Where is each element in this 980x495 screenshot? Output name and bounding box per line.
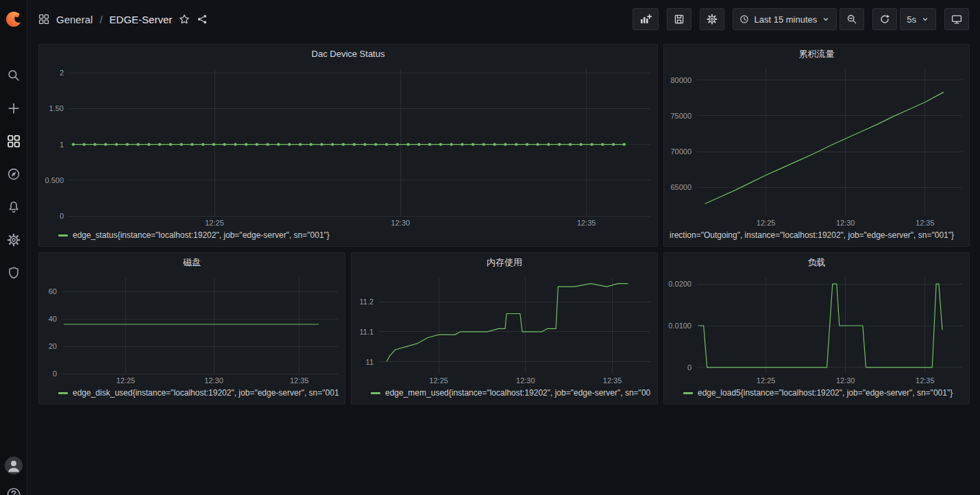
svg-text:0.0100: 0.0100 — [668, 322, 691, 330]
refresh-interval-dropdown[interactable]: 5s — [900, 8, 936, 30]
panel-dac-device-status: Dac Device Status 00.50011.50212:2512:30… — [38, 44, 658, 247]
panel-title[interactable]: Dac Device Status — [39, 45, 657, 62]
breadcrumb-separator: / — [99, 14, 102, 25]
svg-text:20: 20 — [49, 342, 57, 350]
alerting-bell-icon[interactable] — [0, 191, 27, 224]
explore-compass-icon[interactable] — [0, 158, 27, 191]
svg-text:2: 2 — [60, 69, 64, 77]
series-label: edge_status{instance="localhost:19202", … — [73, 230, 330, 240]
add-panel-button[interactable] — [633, 8, 659, 30]
panel-title[interactable]: 磁盘 — [39, 253, 345, 271]
dashboard-settings-button[interactable] — [700, 8, 724, 30]
star-icon[interactable] — [179, 14, 190, 25]
help-icon[interactable] — [6, 487, 21, 495]
navbar-actions: Last 15 minutes 5s — [633, 8, 969, 30]
save-dashboard-button[interactable] — [667, 8, 691, 30]
panel-title[interactable]: 内存使用 — [352, 253, 657, 271]
chevron-down-icon — [822, 15, 830, 23]
svg-text:1.50: 1.50 — [49, 104, 64, 112]
grafana-logo[interactable] — [0, 0, 27, 38]
traffic-chart[interactable]: 6500070000750008000012:2512:3012:35 — [664, 62, 969, 228]
svg-text:12:25: 12:25 — [117, 376, 136, 385]
svg-text:80000: 80000 — [670, 76, 691, 84]
panel-title[interactable]: 负载 — [664, 253, 969, 271]
svg-text:12:30: 12:30 — [391, 219, 411, 227]
svg-text:65000: 65000 — [670, 183, 691, 191]
dashboard-grid: Dac Device Status 00.50011.50212:2512:30… — [27, 38, 980, 495]
svg-text:12:35: 12:35 — [577, 219, 596, 227]
svg-text:12:30: 12:30 — [516, 376, 535, 385]
time-range-label: Last 15 minutes — [754, 14, 817, 25]
panel-title[interactable]: 累积流量 — [664, 45, 969, 62]
clock-icon — [739, 14, 749, 24]
svg-text:12:30: 12:30 — [836, 219, 855, 227]
svg-text:11.1: 11.1 — [359, 328, 373, 336]
create-plus-icon[interactable] — [0, 92, 27, 125]
svg-text:0: 0 — [60, 212, 64, 220]
breadcrumb: General / EDGE-Server — [38, 14, 208, 25]
settings-gear-icon — [707, 14, 718, 25]
memory-chart[interactable]: 1111.111.212:2512:3012:35 — [352, 271, 657, 386]
server-admin-shield-icon[interactable] — [0, 256, 27, 289]
grafana-logo-icon — [4, 10, 23, 29]
time-range-picker[interactable]: Last 15 minutes — [733, 8, 837, 30]
series-color-swatch — [58, 392, 68, 394]
svg-text:12:25: 12:25 — [429, 376, 448, 385]
panel-disk: 磁盘 020406012:2512:3012:35 edge_disk_used… — [38, 252, 345, 405]
svg-text:12:30: 12:30 — [204, 376, 223, 385]
svg-text:0.500: 0.500 — [45, 176, 64, 184]
svg-text:60: 60 — [49, 287, 57, 295]
svg-text:11: 11 — [366, 358, 373, 366]
zoom-out-icon — [846, 14, 857, 25]
refresh-button[interactable] — [872, 8, 897, 30]
apps-grid-icon[interactable] — [38, 14, 49, 25]
chevron-down-icon — [921, 15, 929, 23]
svg-text:12:25: 12:25 — [205, 219, 224, 227]
panel-cumulative-traffic: 累积流量 6500070000750008000012:2512:3012:35… — [663, 44, 970, 247]
disk-chart[interactable]: 020406012:2512:3012:35 — [39, 271, 345, 386]
series-label: edge_load5{instance="localhost:19202", j… — [698, 388, 953, 398]
legend-item[interactable]: edge_load5{instance="localhost:19202", j… — [664, 386, 969, 404]
svg-text:0: 0 — [687, 363, 691, 372]
svg-text:11.2: 11.2 — [359, 298, 373, 306]
breadcrumb-dashboard-title[interactable]: EDGE-Server — [110, 14, 173, 25]
series-color-swatch — [683, 392, 693, 394]
panel-load: 负载 00.01000.020012:2512:3012:35 edge_loa… — [663, 252, 970, 405]
add-panel-icon — [639, 14, 652, 25]
tv-monitor-icon — [951, 14, 962, 25]
dashboards-grid-icon[interactable] — [0, 125, 27, 158]
save-floppy-icon — [674, 14, 685, 25]
panel-memory-usage: 内存使用 1111.111.212:2512:3012:35 edge_mem_… — [351, 252, 658, 405]
legend-item[interactable]: edge_mem_used{instance="localhost:19202"… — [352, 386, 657, 404]
user-avatar[interactable] — [5, 457, 23, 474]
legend-item[interactable]: edge_disk_used{instance="localhost:19202… — [39, 386, 345, 404]
svg-text:0: 0 — [53, 370, 57, 378]
sidebar — [0, 0, 27, 495]
breadcrumb-folder[interactable]: General — [56, 14, 93, 25]
status-chart[interactable]: 00.50011.50212:2512:3012:35 — [39, 62, 657, 228]
cycle-view-mode-button[interactable] — [944, 8, 969, 30]
svg-text:75000: 75000 — [670, 112, 691, 120]
configuration-gear-icon[interactable] — [0, 224, 27, 256]
legend-item[interactable]: irection="Outgoing", instance="localhost… — [664, 228, 969, 246]
search-icon[interactable] — [0, 59, 27, 92]
series-color-swatch — [371, 392, 380, 394]
svg-text:70000: 70000 — [670, 147, 691, 156]
svg-text:12:35: 12:35 — [916, 376, 935, 385]
series-label: irection="Outgoing", instance="localhost… — [670, 230, 954, 240]
svg-text:40: 40 — [49, 315, 57, 323]
svg-text:12:25: 12:25 — [757, 376, 776, 385]
legend-item[interactable]: edge_status{instance="localhost:19202", … — [39, 228, 657, 246]
svg-text:12:35: 12:35 — [916, 219, 935, 227]
sidebar-menu — [0, 59, 27, 289]
svg-text:12:25: 12:25 — [757, 219, 776, 227]
top-navbar: General / EDGE-Server — [27, 0, 980, 38]
share-icon[interactable] — [197, 14, 208, 25]
zoom-out-button[interactable] — [840, 8, 864, 30]
svg-text:12:35: 12:35 — [290, 376, 309, 385]
svg-text:12:35: 12:35 — [603, 376, 622, 385]
series-color-swatch — [58, 234, 68, 237]
load-chart[interactable]: 00.01000.020012:2512:3012:35 — [664, 271, 969, 386]
svg-text:1: 1 — [60, 141, 64, 149]
series-label: edge_mem_used{instance="localhost:19202"… — [385, 388, 650, 398]
